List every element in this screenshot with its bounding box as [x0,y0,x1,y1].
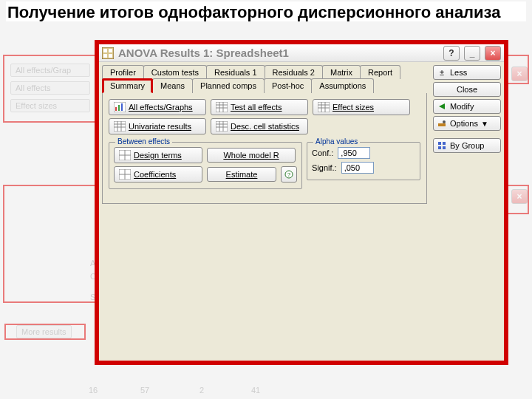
ghost-num-2: 2 [200,386,204,395]
all-effects-graphs-button[interactable]: All effects/Graphs [109,99,206,115]
between-effects-group: Between effects Design terms Whole mode [109,142,302,189]
sheet-icon [216,101,228,113]
ghost-all-effects: All effects [10,81,90,95]
tab-planned-comps[interactable]: Planned comps [192,78,265,93]
dialog-title: ANOVA Results 1: Spreadsheet1 [118,47,439,59]
svg-rect-1 [103,49,107,52]
whole-model-label: Whole model R [223,151,279,160]
between-effects-title: Between effects [115,137,172,146]
summary-panel: All effects/Graphs Test all effects Effe… [102,93,427,204]
dropdown-arrow-icon: ▼ [481,120,488,128]
sheet-icon-3 [114,120,126,132]
question-icon: ? [284,168,293,180]
test-all-effects-label: Test all effects [231,103,282,112]
svg-rect-4 [109,54,112,58]
ghost-num-16: 16 [89,386,98,395]
less-label: Less [450,68,467,77]
estimate-button[interactable]: Estimate [207,167,276,182]
help-button[interactable]: ? [443,46,460,61]
univariate-results-label: Univariate results [129,122,191,131]
svg-point-7 [443,120,446,123]
close-label: Close [457,85,477,94]
expand-icon: ± [437,67,447,78]
svg-rect-8 [438,142,441,145]
svg-text:?: ? [287,171,291,178]
sheet-icon-6 [119,168,131,180]
sheet-icon-2 [318,101,330,113]
modify-button[interactable]: Modify [433,99,501,114]
desc-cell-stats-label: Desc. cell statistics [231,122,299,131]
alpha-values-title: Alpha values [313,137,360,146]
svg-rect-3 [103,54,107,58]
signif-label: Signif.: [312,163,337,172]
estimate-help-button[interactable]: ? [281,166,297,183]
side-close-button[interactable]: Close [433,82,501,97]
whole-model-button[interactable]: Whole model R [207,148,296,163]
conf-label: Conf.: [312,149,333,157]
side-column: ± Less Close Modify Options ▼ [433,65,501,153]
svg-marker-5 [439,103,445,109]
tab-post-hoc[interactable]: Post-hoc [264,78,312,93]
tab-means[interactable]: Means [152,78,193,93]
tab-profiler[interactable]: Profiler [102,65,144,79]
svg-rect-9 [443,142,446,145]
sheet-chart-icon [114,101,126,113]
sheet-icon-4 [216,120,228,132]
signif-input[interactable] [341,162,374,174]
tab-matrix[interactable]: Matrix [322,65,361,79]
bygroup-label: By Group [450,141,484,150]
app-icon [102,47,114,59]
effect-sizes-label: Effect sizes [332,103,374,112]
sheet-icon-5 [119,149,131,161]
anova-results-dialog: ANOVA Results 1: Spreadsheet1 ? _ × ± Le… [95,40,508,365]
svg-rect-16 [216,102,228,112]
univariate-results-button[interactable]: Univariate results [109,118,206,134]
tab-report[interactable]: Report [360,65,400,79]
bygroup-button[interactable]: By Group [433,138,501,153]
svg-rect-10 [438,146,441,149]
svg-rect-31 [216,121,228,132]
close-button[interactable]: × [485,46,501,61]
tab-residuals-1[interactable]: Residuals 1 [206,65,265,79]
ghost-num-41: 41 [251,386,260,395]
ghost-more-results: More results [16,325,72,338]
test-all-effects-button[interactable]: Test all effects [211,99,308,115]
svg-rect-13 [115,107,117,111]
svg-rect-15 [121,103,123,111]
ghost-close-icon: × [511,66,528,81]
tab-summary[interactable]: Summary [102,78,153,93]
less-button[interactable]: ± Less [433,65,501,80]
svg-rect-26 [114,121,126,132]
minimize-button[interactable]: _ [464,46,480,61]
design-terms-label: Design terms [134,151,182,160]
svg-rect-14 [118,105,120,111]
tool-icon [437,118,447,129]
arrow-left-icon [437,101,447,112]
design-terms-button[interactable]: Design terms [114,147,202,163]
options-label: Options [450,119,478,128]
estimate-label: Estimate [226,170,258,179]
ghost-effect-sizes: Effect sizes [10,99,90,112]
svg-rect-11 [443,146,446,149]
effect-sizes-button[interactable]: Effect sizes [313,99,410,115]
svg-rect-21 [318,102,330,112]
titlebar: ANOVA Results 1: Spreadsheet1 ? _ × [99,44,504,62]
tab-residuals-2[interactable]: Residuals 2 [265,65,323,79]
tab-row-1: Profiler Custom tests Residuals 1 Residu… [102,65,427,79]
tab-row-2: Summary Means Planned comps Post-hoc Ass… [102,78,427,93]
ghost-all-effects-graphs: All effects/Grap [10,64,90,77]
coefficients-label: Coefficients [134,170,176,179]
all-effects-graphs-label: All effects/Graphs [129,103,193,112]
options-button[interactable]: Options ▼ [433,116,501,131]
ghost-close-icon-2: × [511,189,528,204]
tab-custom-tests[interactable]: Custom tests [143,65,207,79]
coefficients-button[interactable]: Coefficients [114,166,202,183]
conf-input[interactable] [338,147,370,159]
svg-rect-6 [438,123,446,126]
desc-cell-stats-button[interactable]: Desc. cell statistics [211,118,308,134]
alpha-values-group: Alpha values Conf.: Signif.: [307,142,420,180]
tab-assumptions[interactable]: Assumptions [311,78,374,93]
dialog-body: ± Less Close Modify Options ▼ [99,62,504,361]
svg-rect-2 [109,49,112,52]
modify-label: Modify [450,102,474,111]
